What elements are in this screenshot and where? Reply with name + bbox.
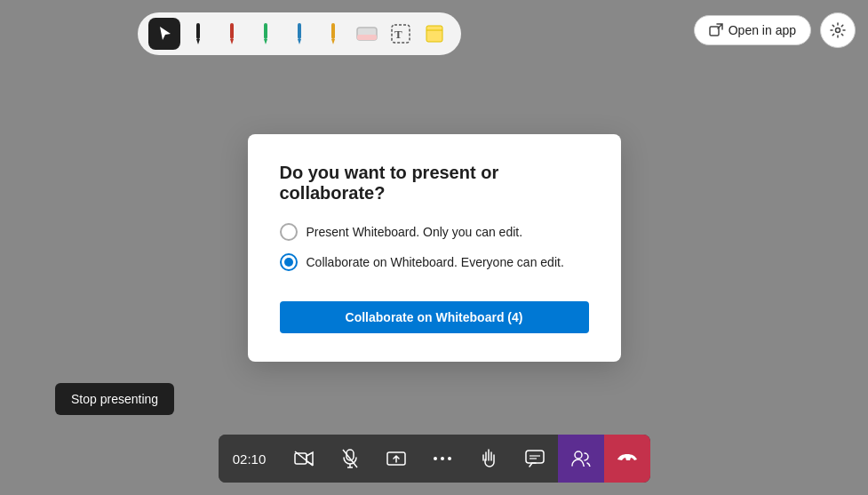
svg-text:T: T xyxy=(394,28,402,41)
mic-off-button[interactable] xyxy=(327,435,373,483)
raise-hand-icon xyxy=(481,449,497,468)
gear-icon xyxy=(829,21,847,39)
end-call-button[interactable] xyxy=(604,435,650,483)
modal-overlay: Do you want to present or collaborate? P… xyxy=(0,0,868,495)
svg-point-28 xyxy=(448,457,451,460)
svg-marker-5 xyxy=(264,39,267,44)
black-pen-btn[interactable] xyxy=(182,18,214,50)
bottom-toolbar: 02:10 xyxy=(219,435,650,483)
share-screen-button[interactable] xyxy=(373,435,419,483)
more-options-button[interactable] xyxy=(419,435,466,483)
green-pen-btn[interactable] xyxy=(250,18,282,50)
open-in-app-button[interactable]: Open in app xyxy=(694,15,811,45)
svg-rect-8 xyxy=(331,23,335,39)
open-in-app-label: Open in app xyxy=(729,23,796,37)
svg-rect-0 xyxy=(196,23,200,39)
participants-button[interactable] xyxy=(558,435,604,483)
camera-off-button[interactable] xyxy=(281,435,327,483)
more-icon xyxy=(433,456,452,461)
svg-marker-9 xyxy=(331,39,335,44)
collaborate-action-button[interactable]: Collaborate on Whiteboard (4) xyxy=(280,301,589,333)
yellow-pen-btn[interactable] xyxy=(317,18,349,50)
share-screen-icon xyxy=(386,450,406,467)
chat-icon xyxy=(525,450,545,467)
collaborate-option[interactable]: Collaborate on Whiteboard. Everyone can … xyxy=(280,253,589,271)
svg-rect-2 xyxy=(230,23,234,39)
text-tool-btn[interactable]: T xyxy=(385,18,417,50)
svg-point-17 xyxy=(836,28,840,33)
present-label: Present Whiteboard. Only you can edit. xyxy=(307,225,523,239)
blue-pen-btn[interactable] xyxy=(283,18,315,50)
collaborate-radio[interactable] xyxy=(280,253,298,271)
top-toolbar: T xyxy=(138,12,461,55)
present-option[interactable]: Present Whiteboard. Only you can edit. xyxy=(280,223,589,241)
present-radio[interactable] xyxy=(280,223,298,241)
svg-point-27 xyxy=(441,457,444,460)
red-pen-btn[interactable] xyxy=(216,18,248,50)
stop-presenting-button[interactable]: Stop presenting xyxy=(55,383,174,415)
call-timer: 02:10 xyxy=(219,435,281,483)
svg-rect-10 xyxy=(357,28,377,40)
svg-marker-1 xyxy=(196,39,200,44)
sticky-note-btn[interactable] xyxy=(418,18,450,50)
svg-rect-29 xyxy=(526,451,544,463)
svg-marker-3 xyxy=(230,39,234,44)
svg-rect-11 xyxy=(357,35,377,40)
end-call-icon xyxy=(617,452,638,465)
present-or-collaborate-modal: Do you want to present or collaborate? P… xyxy=(248,134,621,362)
svg-rect-4 xyxy=(264,23,267,39)
collaborate-label: Collaborate on Whiteboard. Everyone can … xyxy=(307,255,564,269)
top-right-area: Open in app xyxy=(694,12,856,48)
select-tool-btn[interactable] xyxy=(148,18,180,50)
svg-rect-6 xyxy=(298,23,301,39)
svg-rect-14 xyxy=(426,26,442,42)
svg-point-32 xyxy=(575,451,582,459)
svg-point-26 xyxy=(434,457,437,460)
raise-hand-button[interactable] xyxy=(466,435,512,483)
svg-rect-12 xyxy=(392,25,410,43)
svg-marker-7 xyxy=(298,39,301,44)
participants-icon xyxy=(571,451,591,467)
eraser-btn[interactable] xyxy=(351,18,383,50)
settings-button[interactable] xyxy=(820,12,856,48)
mic-off-icon xyxy=(342,449,358,468)
modal-title: Do you want to present or collaborate? xyxy=(280,163,589,204)
camera-off-icon xyxy=(294,451,314,467)
chat-button[interactable] xyxy=(512,435,558,483)
open-in-app-icon xyxy=(709,23,723,37)
